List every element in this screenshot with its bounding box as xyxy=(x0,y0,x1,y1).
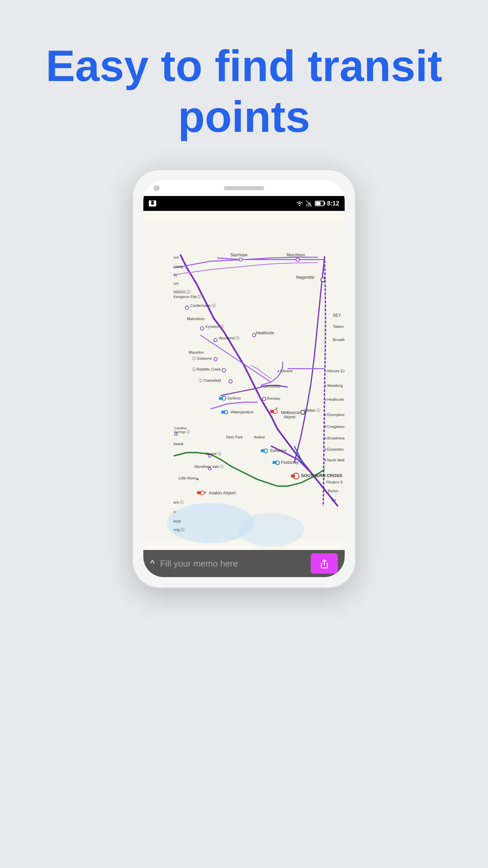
svg-text:Little River: Little River xyxy=(179,476,196,480)
svg-rect-62 xyxy=(221,411,225,414)
signal-icon xyxy=(306,200,312,206)
svg-text:Broadford: Broadford xyxy=(333,338,345,342)
svg-text:Flinders S: Flinders S xyxy=(326,480,343,484)
svg-point-1 xyxy=(151,202,154,205)
page-background: Easy to find transit points xyxy=(0,0,488,868)
svg-text:Footscray: Footscray xyxy=(281,460,299,465)
svg-rect-82 xyxy=(325,459,326,461)
share-button[interactable] xyxy=(311,553,338,574)
svg-text:Sunbury: Sunbury xyxy=(227,396,241,400)
svg-rect-64 xyxy=(325,414,326,416)
svg-point-22 xyxy=(214,338,217,342)
svg-rect-80 xyxy=(272,461,277,464)
svg-point-12 xyxy=(296,258,299,261)
chevron-up-icon[interactable]: ^ xyxy=(150,558,155,569)
svg-rect-36 xyxy=(278,370,279,372)
svg-text:rnong: rnong xyxy=(174,264,183,269)
svg-text:ore: ore xyxy=(174,255,179,259)
svg-text:ⓘ Clarkefield: ⓘ Clarkefield xyxy=(199,378,221,382)
svg-point-17 xyxy=(185,306,189,309)
svg-rect-2 xyxy=(151,201,154,202)
svg-text:Heathcote Jn: Heathcote Jn xyxy=(327,397,345,401)
svg-rect-42 xyxy=(325,385,326,387)
svg-text:Heathcote: Heathcote xyxy=(256,331,274,335)
svg-text:Sunshine: Sunshine xyxy=(270,448,287,453)
transit-map-area[interactable]: Stanhope Murchison Nagambie Kangaroo Fla… xyxy=(143,211,345,550)
svg-text:Lancefield: Lancefield xyxy=(263,384,280,388)
svg-text:kbank: kbank xyxy=(174,442,184,446)
svg-text:Donnybrook: Donnybrook xyxy=(327,413,345,417)
svg-point-31 xyxy=(252,333,256,337)
svg-text:o: o xyxy=(174,510,176,514)
svg-text:Springs ⓘ: Springs ⓘ xyxy=(174,430,190,434)
svg-text:Wandong: Wandong xyxy=(327,383,343,388)
svg-rect-94 xyxy=(197,491,201,494)
svg-point-25 xyxy=(214,358,217,361)
svg-text:Watergardens: Watergardens xyxy=(230,410,253,414)
share-icon xyxy=(319,558,329,569)
svg-text:✈: ✈ xyxy=(275,407,278,410)
svg-text:Craigieburn: Craigieburn xyxy=(327,425,345,429)
svg-text:Castlemaine ⓘ: Castlemaine ⓘ xyxy=(190,303,216,308)
svg-point-44 xyxy=(262,397,266,401)
svg-text:Kilmore: Kilmore xyxy=(280,369,293,373)
svg-rect-46 xyxy=(325,399,326,400)
svg-point-29 xyxy=(229,380,232,383)
svg-text:SEY: SEY xyxy=(333,313,341,318)
svg-text:NDIGO ⓘ: NDIGO ⓘ xyxy=(174,290,190,294)
phone-speaker xyxy=(224,186,264,190)
status-bar-left xyxy=(149,200,156,206)
svg-rect-66 xyxy=(325,426,326,428)
phone-camera xyxy=(154,185,160,191)
svg-text:Murchison: Murchison xyxy=(287,253,305,257)
svg-text:Woodend ⓘ: Woodend ⓘ xyxy=(219,336,239,340)
wifi-icon xyxy=(296,200,303,206)
svg-text:ong ⓘ: ong ⓘ xyxy=(174,528,184,532)
svg-rect-68 xyxy=(325,437,326,439)
phone-top-bezel xyxy=(143,180,345,196)
svg-text:ara ⓘ: ara ⓘ xyxy=(174,500,184,504)
svg-text:Stanhope: Stanhope xyxy=(230,253,248,257)
memo-input-placeholder[interactable]: Fill your memo here xyxy=(160,558,311,569)
svg-text:Caroline: Caroline xyxy=(174,426,187,430)
svg-text:Malmsbury: Malmsbury xyxy=(187,317,205,321)
phone-device: 8:12 xyxy=(132,169,356,588)
svg-text:Richm: Richm xyxy=(328,489,339,493)
svg-text:ⓘ Gisborne: ⓘ Gisborne xyxy=(192,356,212,360)
svg-text:North Melbo: North Melbo xyxy=(327,458,345,462)
svg-rect-87 xyxy=(291,474,295,477)
svg-text:om: om xyxy=(174,281,179,285)
phone-screen: 8:12 xyxy=(143,180,345,577)
status-bar-right: 8:12 xyxy=(296,200,339,207)
svg-text:Tarneit ⓘ: Tarneit ⓘ xyxy=(205,452,221,456)
svg-text:Ca: Ca xyxy=(331,498,336,502)
svg-rect-51 xyxy=(219,397,223,400)
svg-text:tly: tly xyxy=(174,273,177,277)
svg-text:Kangaroo Flat ⓘ: Kangaroo Flat ⓘ xyxy=(174,295,201,299)
svg-text:Essendon: Essendon xyxy=(327,447,344,451)
svg-text:Romsey: Romsey xyxy=(267,396,280,400)
svg-text:✈: ✈ xyxy=(204,491,206,494)
svg-text:Kilmore East: Kilmore East xyxy=(327,369,345,373)
svg-rect-40 xyxy=(261,386,263,387)
svg-text:hore: hore xyxy=(174,519,181,523)
svg-text:Airport: Airport xyxy=(284,415,296,419)
svg-text:ⓘ Riddells Creek: ⓘ Riddells Creek xyxy=(192,367,221,371)
bottom-bar: ^ Fill your memo here xyxy=(143,550,345,577)
hero-title: Easy to find transit points xyxy=(0,41,488,142)
svg-point-27 xyxy=(222,369,226,372)
svg-rect-74 xyxy=(261,449,265,452)
svg-text:Deer Park: Deer Park xyxy=(226,435,243,439)
svg-rect-3 xyxy=(306,204,307,206)
svg-rect-76 xyxy=(325,449,326,450)
svg-rect-7 xyxy=(143,221,345,540)
svg-text:SOUTHERN CROSS: SOUTHERN CROSS xyxy=(301,473,342,478)
svg-text:Broadmeado: Broadmeado xyxy=(327,436,345,440)
svg-point-14 xyxy=(321,278,325,282)
status-time: 8:12 xyxy=(327,200,339,207)
status-bar: 8:12 xyxy=(143,196,345,211)
svg-text:Tallaro: Tallaro xyxy=(333,324,344,329)
svg-point-10 xyxy=(239,258,242,261)
svg-text:Wallan ⓘ: Wallan ⓘ xyxy=(304,408,320,412)
svg-text:Kyneton ⓘ: Kyneton ⓘ xyxy=(205,324,224,329)
